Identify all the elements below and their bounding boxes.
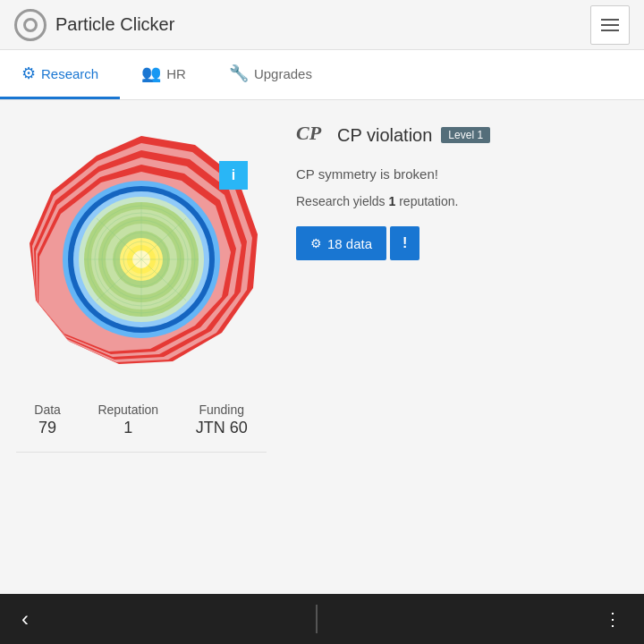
exclaim-icon: ! [402,235,407,250]
research-name: CP violation [337,125,432,146]
app-bar-left: Particle Clicker [14,9,174,41]
hamburger-line-1 [601,19,619,21]
research-description: CP symmetry is broken! [296,166,630,182]
stat-data-label: Data [34,402,61,417]
yield-prefix: Research yields [296,194,389,208]
gear-icon: ⚙ [310,236,322,250]
more-options-button[interactable]: ⋮ [604,608,623,630]
app-bar: Particle Clicker [0,0,644,50]
tab-hr[interactable]: 👥 HR [120,50,208,99]
left-panel: i [0,100,282,594]
app-title: Particle Clicker [55,14,174,35]
hamburger-line-3 [601,30,619,31]
hamburger-line-2 [601,24,619,26]
stat-reputation: Reputation 1 [97,402,158,437]
stats-row: Data 79 Reputation 1 Funding JTN 60 [16,392,267,437]
menu-button[interactable] [590,5,630,45]
stat-data-value: 79 [34,419,61,437]
upgrades-tab-icon: 🔧 [229,64,249,83]
hr-tab-label: HR [166,66,186,81]
upgrades-tab-label: Upgrades [254,66,312,81]
research-tab-icon: ⚙ [21,64,36,83]
app-icon [14,9,47,41]
stat-data: Data 79 [34,402,61,437]
stat-reputation-label: Reputation [97,402,158,417]
stat-funding: Funding JTN 60 [196,402,248,437]
hr-tab-icon: 👥 [141,64,161,83]
cp-icon-svg: CP [296,118,328,147]
research-tab-label: Research [41,66,98,81]
stat-funding-label: Funding [196,402,248,417]
svg-text:CP: CP [296,122,322,144]
level-badge: Level 1 [441,127,490,143]
divider [16,452,267,453]
cp-violation-icon: CP [296,118,328,152]
tab-bar: ⚙ Research 👥 HR 🔧 Upgrades [0,50,644,100]
nav-divider [316,605,318,633]
data-button-label: 18 data [327,236,372,251]
action-row: ⚙ 18 data ! [296,226,630,260]
stat-reputation-value: 1 [97,419,158,437]
research-yield: Research yields 1 reputation. [296,194,630,208]
stat-funding-value: JTN 60 [196,419,248,437]
app-icon-inner [23,18,38,32]
yield-suffix: reputation. [395,194,458,208]
right-panel: CP CP violation Level 1 CP symmetry is b… [282,100,644,594]
info-button[interactable]: i [219,161,248,190]
back-button[interactable]: ‹ [21,606,29,631]
data-button[interactable]: ⚙ 18 data [296,226,386,260]
main-content: i [0,100,644,594]
exclaim-button[interactable]: ! [390,226,419,260]
tab-research[interactable]: ⚙ Research [0,50,120,99]
bottom-nav: ‹ ⋮ [0,594,644,644]
research-title-row: CP CP violation Level 1 [296,118,630,152]
info-icon: i [232,167,235,183]
tab-upgrades[interactable]: 🔧 Upgrades [208,50,334,99]
